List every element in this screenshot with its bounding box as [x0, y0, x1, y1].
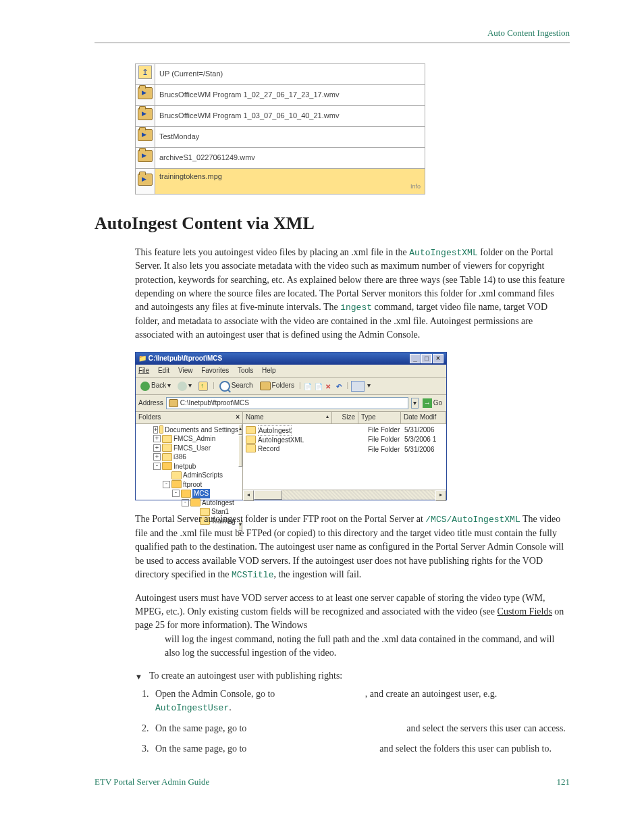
file-row-label: TestMonday: [155, 126, 425, 147]
views-button[interactable]: [351, 381, 365, 392]
code-mcstitle: MCSTitle: [232, 570, 273, 580]
explorer-title: 📁 C:\Inetpub\ftproot\MCS: [138, 354, 222, 364]
scroll-right-icon[interactable]: ▸: [435, 490, 446, 501]
procedure: ▼ To create an autoingest user with publ…: [135, 669, 570, 756]
list-item[interactable]: Record: [246, 444, 348, 453]
undo-icon[interactable]: ↶: [336, 382, 344, 390]
menu-file[interactable]: File: [138, 367, 149, 374]
section-heading: AutoIngest Content via XML: [95, 211, 570, 236]
explorer-addressbar: Address C:\Inetpub\ftproot\MCS ▾ →Go: [136, 395, 446, 413]
folder-icon: [138, 174, 153, 186]
list-body[interactable]: AutoIngest AutoIngestXML Record File Fol…: [243, 424, 446, 490]
close-icon[interactable]: ×: [433, 354, 444, 363]
ftp-file-list: UP (Current=/Stan) BrucsOfficeWM Program…: [135, 63, 425, 194]
file-row-label: archiveS1_0227061249.wmv: [155, 147, 425, 168]
scroll-left-icon[interactable]: ◂: [243, 490, 254, 501]
code-autoingestuser: AutoIngestUser: [155, 703, 229, 713]
menu-tools[interactable]: Tools: [238, 367, 253, 374]
procedure-steps: Open the Admin Console, go to , and crea…: [135, 687, 570, 756]
paragraph-3: Autoingest users must have VOD server ac…: [135, 592, 570, 660]
folder-icon: [138, 108, 153, 120]
folder-up-icon: [198, 382, 208, 391]
paragraph-1: This feature lets you autoingest video f…: [135, 246, 570, 342]
menu-view[interactable]: View: [178, 367, 193, 374]
step-3: On the same page, go to and select the f…: [151, 742, 570, 756]
delete-icon[interactable]: ✕: [325, 382, 333, 390]
copyto-icon[interactable]: 📄: [315, 382, 323, 390]
procedure-title: To create an autoingest user with publis…: [149, 669, 342, 683]
page-header-section: Auto Content Ingestion: [95, 27, 570, 40]
folder-tree[interactable]: +Documents and Settings +FMCS_Admin +FMC…: [136, 424, 238, 527]
link-custom-fields[interactable]: Custom Fields: [498, 606, 552, 617]
procedure-marker-icon: ▼: [135, 672, 142, 683]
folder-icon: [138, 87, 153, 99]
file-row-label: BrucsOfficeWM Program 1_02_27_06_17_23_1…: [155, 84, 425, 105]
menu-edit[interactable]: Edit: [158, 367, 169, 374]
tree-scrollbar[interactable]: ▴ ▾: [238, 424, 242, 527]
go-icon: →: [423, 398, 432, 408]
sort-asc-icon: ▴: [326, 413, 329, 421]
folder-icon: [246, 426, 256, 434]
list-header[interactable]: Name▴ Size Type Date Modif: [243, 412, 446, 424]
folders-icon: [260, 382, 271, 390]
address-input[interactable]: C:\Inetpub\ftproot\MCS: [166, 397, 408, 410]
file-list-pane: Name▴ Size Type Date Modif AutoIngest Au…: [243, 412, 446, 500]
file-row-label: trainingtokens.mpg Info: [155, 168, 425, 194]
footer-page-number: 121: [557, 776, 570, 789]
col-size[interactable]: Size: [332, 412, 358, 423]
folder-icon: [138, 129, 153, 141]
list-item[interactable]: AutoIngest: [246, 425, 348, 436]
search-icon: [219, 381, 230, 392]
folder-icon: [246, 436, 256, 444]
col-date[interactable]: Date Modif: [401, 412, 446, 423]
minimize-icon[interactable]: _: [410, 354, 421, 363]
page-footer: ETV Portal Server Admin Guide 121: [95, 776, 570, 789]
go-button[interactable]: →Go: [421, 398, 444, 409]
back-button[interactable]: Back ▾: [138, 380, 173, 392]
menu-help[interactable]: Help: [262, 367, 276, 374]
explorer-titlebar: 📁 C:\Inetpub\ftproot\MCS _□×: [136, 353, 446, 365]
paragraph-2: The Portal Server autoingest folder is u…: [135, 513, 570, 582]
address-dropdown[interactable]: ▾: [411, 398, 419, 409]
explorer-menubar: File Edit View Favorites Tools Help: [136, 365, 446, 378]
window-controls: _□×: [409, 354, 444, 364]
col-type[interactable]: Type: [358, 412, 401, 423]
code-ingest: ingest: [340, 303, 372, 313]
footer-title: ETV Portal Server Admin Guide: [95, 776, 209, 789]
file-row-info: Info: [159, 182, 421, 191]
horizontal-scrollbar[interactable]: ◂ ▸: [243, 490, 446, 500]
maximize-icon[interactable]: □: [421, 354, 432, 363]
explorer-window: 📁 C:\Inetpub\ftproot\MCS _□× File Edit V…: [135, 352, 447, 501]
folders-pane-close-icon[interactable]: ×: [236, 413, 240, 423]
folder-icon: [138, 150, 153, 162]
folders-pane-title: Folders: [138, 413, 161, 423]
step-1: Open the Admin Console, go to , and crea…: [151, 687, 570, 715]
back-icon: [140, 382, 150, 391]
folder-icon: [246, 444, 256, 452]
code-path: /MCS/AutoIngestXML: [425, 515, 520, 525]
folder-icon: [169, 399, 178, 407]
step-2: On the same page, go to and select the s…: [151, 722, 570, 735]
folders-button[interactable]: Folders: [258, 380, 296, 392]
scroll-up-icon[interactable]: ▴: [238, 424, 242, 435]
file-row-label: BrucsOfficeWM Program 1_03_07_06_10_40_2…: [155, 105, 425, 126]
up-icon: [138, 66, 152, 79]
header-rule: [95, 43, 570, 43]
file-row-label: UP (Current=/Stan): [155, 63, 425, 84]
menu-favorites[interactable]: Favorites: [201, 367, 229, 374]
explorer-toolbar: Back ▾ ▾ | Search Folders | 📄 📄 ✕ ↶ | ▾: [136, 378, 446, 395]
col-name[interactable]: Name▴: [243, 412, 332, 423]
address-label: Address: [138, 398, 163, 409]
forward-icon: [178, 382, 187, 391]
folders-pane: Folders × +Documents and Settings +FMCS_…: [136, 412, 243, 500]
up-button[interactable]: [196, 381, 210, 392]
forward-button[interactable]: ▾: [176, 380, 194, 392]
code-autoingestxml: AutoIngestXML: [409, 248, 477, 258]
search-button[interactable]: Search: [217, 380, 255, 392]
list-item[interactable]: AutoIngestXML: [246, 436, 348, 444]
moveto-icon[interactable]: 📄: [304, 382, 312, 390]
